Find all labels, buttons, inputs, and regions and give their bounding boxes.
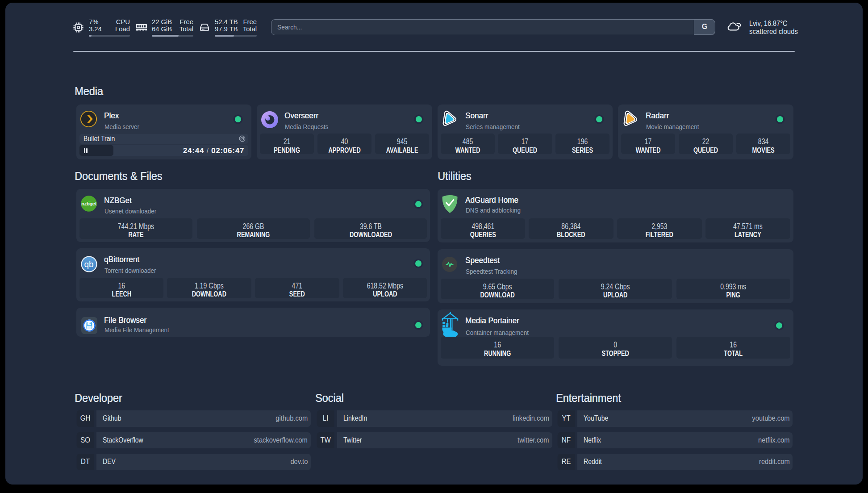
svg-text:nzbget: nzbget — [81, 201, 97, 206]
svg-text:qb: qb — [84, 259, 93, 269]
